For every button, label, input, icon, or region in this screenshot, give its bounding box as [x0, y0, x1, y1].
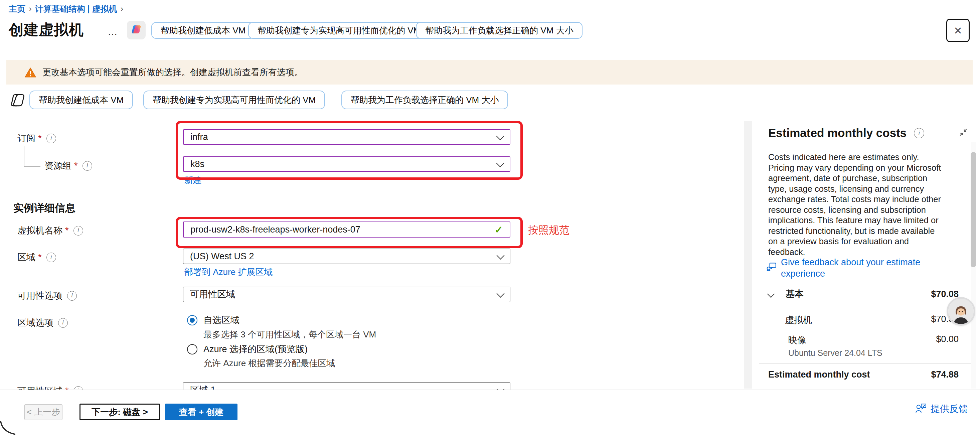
vm-name-input[interactable]: prod-usw2-k8s-freeleaps-worker-nodes-07 … — [183, 221, 511, 237]
breadcrumb-separator-icon: › — [25, 4, 35, 14]
radio-unselected-icon[interactable] — [187, 344, 197, 354]
cost-item-amount: $0.00 — [936, 334, 959, 346]
zone-options-label: 区域选项 i — [18, 317, 68, 329]
warning-icon — [24, 67, 37, 78]
help-low-cost-vm-button[interactable]: 帮助我创建低成本 VM — [151, 22, 255, 39]
copilot-outline-icon — [10, 92, 26, 110]
panel-divider — [759, 363, 973, 363]
resource-group-label: 资源组* i — [45, 160, 92, 172]
info-icon[interactable]: i — [67, 291, 77, 301]
breadcrumb-section[interactable]: 计算基础结构 | 虚拟机 — [35, 3, 117, 14]
chevron-down-icon — [496, 385, 504, 390]
cost-total-row: Estimated monthly cost $74.88 — [768, 370, 959, 380]
zone-option-self-select[interactable]: 自选区域 — [187, 314, 240, 326]
cost-item-name: 虚拟机 — [785, 314, 812, 326]
cost-item-subtitle: Ubuntu Server 24.04 LTS — [788, 348, 883, 358]
feedback-bubbles-icon — [766, 261, 777, 273]
close-button[interactable]: × — [946, 19, 970, 42]
info-icon[interactable]: i — [73, 386, 83, 390]
chevron-down-icon — [496, 159, 504, 167]
availability-zone-value: 区域 1 — [190, 384, 216, 390]
assist-right-vm-size-button[interactable]: 帮助我为工作负载选择正确的 VM 大小 — [341, 91, 508, 109]
more-menu-button[interactable]: … — [108, 26, 119, 37]
instance-details-heading: 实例详细信息 — [13, 201, 75, 215]
estimate-feedback-link[interactable]: Give feedback about your estimate experi… — [766, 257, 938, 279]
clipped-form-row: 可用性区域* i 区域 1 — [0, 378, 741, 390]
help-right-vm-size-button[interactable]: 帮助我为工作负载选择正确的 VM 大小 — [416, 22, 582, 39]
cost-item-row: 虚拟机 $70.08 — [785, 314, 959, 326]
collapse-panel-icon[interactable] — [959, 127, 968, 138]
vm-name-value: prod-usw2-k8s-freeleaps-worker-nodes-07 — [190, 225, 360, 235]
cost-panel-description: Costs indicated here are estimates only.… — [768, 152, 943, 257]
breadcrumb: 主页 › 计算基础结构 | 虚拟机 › — [9, 3, 127, 14]
warning-banner: 更改基本选项可能会重置所做的选择。创建虚拟机前查看所有选项。 — [6, 60, 973, 84]
info-icon[interactable]: i — [914, 128, 924, 138]
region-dropdown[interactable]: (US) West US 2 — [183, 249, 511, 264]
availability-options-label: 可用性选项 i — [18, 290, 77, 302]
chevron-down-icon[interactable] — [767, 290, 775, 298]
panel-scrollbar-thumb[interactable] — [970, 152, 976, 267]
availability-zone-dropdown[interactable]: 区域 1 — [183, 382, 511, 390]
resource-group-value: k8s — [190, 159, 204, 169]
breadcrumb-separator-icon: › — [117, 4, 127, 14]
chevron-down-icon — [496, 251, 504, 259]
cost-panel-header: Estimated monthly costs i — [768, 126, 924, 140]
feedback-person-icon — [915, 403, 927, 415]
chevron-down-icon — [496, 289, 504, 297]
assist-low-cost-vm-button[interactable]: 帮助我创建低成本 VM — [29, 91, 133, 109]
subscription-dropdown[interactable]: infra — [183, 129, 511, 145]
form-scrollbar[interactable] — [744, 121, 752, 389]
zone-option-azure-select-description: 允许 Azure 根据需要分配最佳区域 — [204, 357, 335, 369]
cost-group-name: 基本 — [786, 288, 803, 300]
info-icon[interactable]: i — [46, 134, 56, 143]
radio-selected-icon[interactable] — [187, 315, 197, 325]
chevron-down-icon — [496, 132, 504, 140]
review-create-button[interactable]: 查看 + 创建 — [165, 403, 237, 420]
region-value: (US) West US 2 — [190, 251, 254, 261]
assist-high-availability-vm-button[interactable]: 帮助我创建专为实现高可用性而优化的 VM — [143, 91, 325, 109]
resource-group-dropdown[interactable]: k8s — [183, 156, 511, 172]
cost-group-amount: $70.08 — [931, 289, 959, 300]
info-icon[interactable]: i — [83, 161, 92, 171]
tree-connector — [24, 147, 40, 167]
availability-options-dropdown[interactable]: 可用性区域 — [183, 287, 511, 302]
help-high-availability-vm-button[interactable]: 帮助我创建专为实现高可用性而优化的 VM — [248, 22, 430, 39]
copilot-icon — [130, 23, 142, 37]
previous-button[interactable]: < 上一步 — [24, 404, 62, 420]
availability-options-value: 可用性区域 — [190, 288, 235, 300]
close-icon: × — [954, 23, 962, 38]
info-icon[interactable]: i — [73, 226, 83, 236]
region-label: 区域* i — [18, 251, 56, 263]
cost-item-row: 映像 $0.00 — [788, 334, 959, 346]
corner-curve-decoration — [0, 420, 16, 435]
zone-option-self-select-description: 最多选择 3 个可用性区域，每个区域一台 VM — [204, 329, 376, 341]
zone-option-azure-select[interactable]: Azure 选择的区域(预览版) — [187, 343, 308, 355]
valid-check-icon: ✓ — [495, 224, 503, 236]
create-vm-page: 主页 › 计算基础结构 | 虚拟机 › 创建虚拟机 … 帮助我创建低成本 VM — [0, 0, 980, 435]
copilot-button[interactable] — [127, 21, 146, 40]
info-icon[interactable]: i — [46, 253, 56, 262]
page-title: 创建虚拟机 — [9, 20, 84, 40]
breadcrumb-home[interactable]: 主页 — [9, 3, 25, 14]
cost-total-label: Estimated monthly cost — [768, 370, 870, 380]
cost-group-row[interactable]: 基本 $70.08 — [768, 288, 959, 300]
subscription-value: infra — [190, 132, 208, 142]
availability-zone-label: 可用性区域* i — [18, 385, 83, 390]
cost-item-name: 映像 — [788, 334, 806, 346]
vm-name-label: 虚拟机名称* i — [18, 225, 83, 237]
info-icon[interactable]: i — [58, 318, 68, 328]
annotation-text: 按照规范 — [528, 223, 570, 237]
subscription-label: 订阅* i — [18, 132, 56, 144]
assistant-avatar[interactable] — [948, 299, 974, 324]
deploy-extended-zones-link[interactable]: 部署到 Azure 扩展区域 — [185, 266, 272, 278]
next-disks-button[interactable]: 下一步: 磁盘 > — [80, 403, 160, 420]
warning-banner-text: 更改基本选项可能会重置所做的选择。创建虚拟机前查看所有选项。 — [43, 67, 303, 78]
create-new-resource-group-link[interactable]: 新建 — [185, 174, 202, 186]
cost-total-amount: $74.88 — [931, 370, 959, 380]
give-feedback-link[interactable]: 提供反馈 — [915, 403, 968, 415]
cost-panel-title: Estimated monthly costs — [768, 126, 907, 140]
